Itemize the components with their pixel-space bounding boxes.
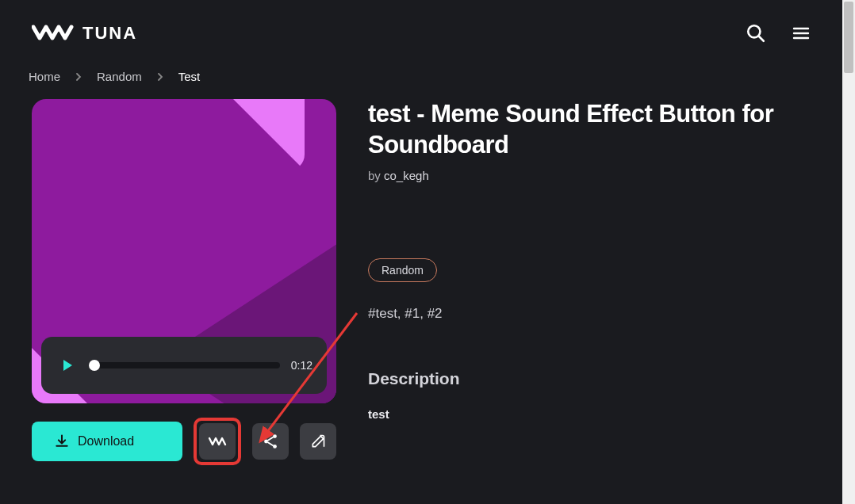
share-icon — [262, 433, 279, 450]
description-heading: Description — [368, 369, 811, 388]
sound-title: test - Meme Sound Effect Button for Soun… — [368, 99, 811, 161]
svg-line-8 — [267, 437, 273, 441]
author-link[interactable]: co_kegh — [384, 169, 429, 182]
play-button[interactable] — [56, 353, 79, 377]
header: TUNA — [0, 0, 842, 60]
sound-artwork: 0:12 — [32, 99, 336, 403]
hamburger-icon — [792, 24, 811, 43]
search-icon — [746, 23, 766, 44]
edit-button[interactable] — [300, 423, 336, 460]
brand-name: TUNA — [82, 23, 137, 44]
search-button[interactable] — [746, 23, 766, 44]
download-button[interactable]: Download — [32, 422, 182, 461]
hash-tags: #test, #1, #2 — [368, 306, 811, 322]
breadcrumb-random[interactable]: Random — [97, 70, 142, 83]
annotation-highlight — [194, 418, 241, 465]
duration-label: 0:12 — [291, 359, 312, 372]
byline: by co_kegh — [368, 169, 811, 182]
menu-button[interactable] — [792, 24, 811, 43]
download-icon — [54, 433, 70, 449]
scrollbar-thumb[interactable] — [844, 2, 853, 73]
brand-logo[interactable]: TUNA — [32, 22, 137, 44]
category-tag[interactable]: Random — [368, 258, 437, 282]
edit-icon — [310, 433, 326, 449]
voicemod-icon — [208, 435, 227, 448]
breadcrumb: Home Random Test — [0, 60, 842, 99]
description-text: test — [368, 407, 811, 421]
breadcrumb-home[interactable]: Home — [29, 70, 60, 83]
breadcrumb-current: Test — [178, 70, 201, 83]
chevron-right-icon — [75, 70, 82, 83]
svg-line-9 — [267, 442, 273, 446]
play-icon — [59, 357, 75, 373]
brand-mark-icon — [32, 22, 76, 44]
share-button[interactable] — [252, 423, 289, 460]
audio-player: 0:12 — [41, 337, 327, 394]
progress-slider[interactable] — [90, 362, 280, 368]
svg-line-1 — [759, 36, 764, 41]
chevron-right-icon — [156, 70, 164, 83]
voicemod-button[interactable] — [199, 423, 236, 460]
download-label: Download — [78, 434, 134, 449]
vertical-scrollbar[interactable] — [842, 0, 855, 504]
progress-knob[interactable] — [89, 360, 100, 371]
